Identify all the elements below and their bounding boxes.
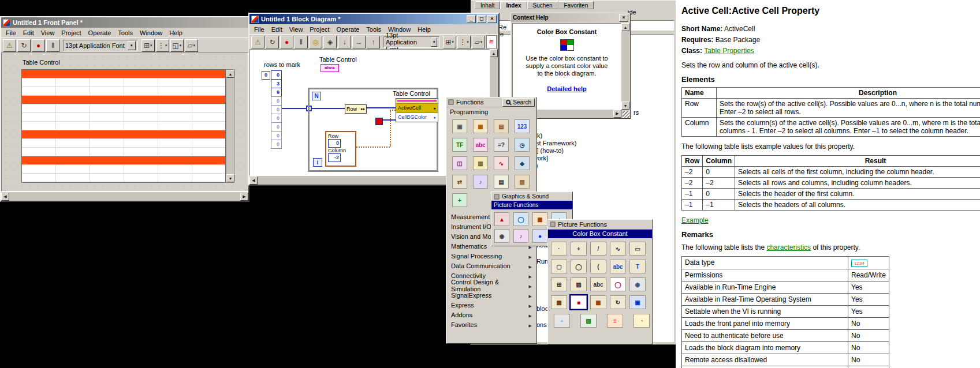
palette-icon[interactable]: ▧: [580, 314, 597, 328]
numeric-icon[interactable]: 123: [515, 119, 530, 133]
draw-oval-icon[interactable]: ◯: [571, 260, 587, 273]
align-objects-icon[interactable]: ⊞: [443, 36, 456, 48]
abort-icon[interactable]: ●: [280, 36, 293, 48]
menu-edit[interactable]: Edit: [268, 25, 286, 33]
table-row[interactable]: [22, 113, 225, 122]
array-element[interactable]: 9: [271, 88, 282, 97]
pin-icon[interactable]: [448, 99, 454, 105]
menu-view[interactable]: View: [38, 29, 58, 37]
picture-palette-header[interactable]: Picture Functions: [548, 220, 652, 230]
resize-objects-icon[interactable]: ◱: [170, 39, 184, 52]
subpalette-graphics-sound[interactable]: Graphics & Sound: [491, 192, 572, 201]
block-diagram-titlebar[interactable]: Untitled 1 Block Diagram *: [249, 14, 498, 24]
cluster-column-value[interactable]: -2: [328, 153, 341, 162]
scroll-right-icon[interactable]: [240, 193, 248, 201]
broken-run-icon[interactable]: ⚠: [3, 39, 16, 52]
table-control[interactable]: [21, 69, 226, 183]
file-io-icon[interactable]: ▥: [473, 156, 488, 170]
index-entry-fragment[interactable]: Re: [498, 24, 506, 31]
pie-chart-icon[interactable]: ◔: [634, 314, 650, 328]
context-help-titlebar[interactable]: Context Help: [511, 13, 630, 22]
cluster-row-value[interactable]: 0: [328, 139, 341, 148]
broken-run-icon[interactable]: ⚠: [251, 36, 264, 48]
wire-color-to-property[interactable]: [383, 119, 396, 121]
index-entry-fragment[interactable]: rs: [634, 109, 639, 116]
example-link[interactable]: Example: [681, 216, 709, 224]
array-index-display[interactable]: 0: [262, 71, 270, 80]
menu-tools[interactable]: Tools: [114, 29, 136, 37]
array-element[interactable]: 0: [271, 105, 282, 114]
table-row[interactable]: [22, 139, 225, 148]
menu-edit[interactable]: Edit: [20, 29, 38, 37]
boolean-icon[interactable]: TF: [452, 138, 467, 152]
scroll-down-icon[interactable]: [621, 102, 629, 110]
category-addons[interactable]: Addons: [446, 310, 536, 320]
maximize-button[interactable]: [477, 15, 486, 23]
draw-text-at-point-icon[interactable]: abc: [590, 277, 606, 291]
move-pen-icon[interactable]: +: [571, 242, 587, 256]
distribute-objects-icon[interactable]: ⋮: [156, 39, 169, 52]
table-row[interactable]: [22, 78, 225, 87]
draw-arc-icon[interactable]: (: [590, 260, 606, 273]
table-row[interactable]: [22, 96, 225, 104]
report-generation-icon[interactable]: ▤: [494, 175, 509, 189]
array-element[interactable]: 0: [271, 70, 282, 80]
step-into-icon[interactable]: ↓: [338, 36, 351, 48]
align-objects-icon[interactable]: ⊞: [141, 39, 155, 52]
subpalette-picture-functions[interactable]: Picture Functions: [491, 201, 572, 209]
graphics-sound-icon[interactable]: ♪: [473, 175, 488, 189]
table-row[interactable]: [22, 104, 225, 113]
front-panel-hscrollbar[interactable]: [1, 191, 248, 201]
close-button[interactable]: [619, 14, 628, 22]
distribute-objects-icon[interactable]: ⋮: [457, 36, 471, 48]
retain-wire-values-icon[interactable]: ◈: [323, 36, 337, 48]
scroll-right-icon[interactable]: [613, 110, 621, 118]
loop-iteration-terminal[interactable]: i: [313, 158, 322, 167]
class-link[interactable]: Table Properties: [704, 47, 754, 55]
menu-file[interactable]: File: [2, 29, 20, 37]
table-vertical-scrollbar[interactable]: [226, 69, 234, 183]
front-panel-canvas[interactable]: Table Control: [1, 52, 248, 191]
menu-project[interactable]: Project: [58, 29, 84, 37]
table-control-reference[interactable]: abc▸: [321, 64, 339, 72]
draw-rectangle-icon[interactable]: ▭: [629, 242, 646, 256]
3d-graph-icon[interactable]: ◯: [513, 212, 528, 226]
section-programming[interactable]: Programming: [446, 107, 536, 117]
rows-to-mark-array[interactable]: 039000000: [271, 71, 282, 149]
run-continuous-icon[interactable]: ↻: [17, 39, 31, 52]
pin-icon[interactable]: [550, 221, 556, 227]
table-row[interactable]: [22, 87, 225, 96]
menu-project[interactable]: Project: [306, 25, 333, 33]
font-selector[interactable]: 13pt Application Font: [383, 36, 439, 48]
step-over-icon[interactable]: →: [352, 36, 366, 48]
table-row[interactable]: [22, 70, 225, 78]
front-panel-titlebar[interactable]: Untitled 1 Front Panel *: [1, 17, 248, 28]
comparison-icon[interactable]: =?: [494, 138, 509, 152]
table-row[interactable]: [22, 148, 225, 156]
reorder-objects-icon[interactable]: ▱: [185, 39, 198, 52]
menu-tools[interactable]: Tools: [363, 25, 385, 33]
empty-picture-constant-icon[interactable]: ◯: [610, 277, 626, 291]
scroll-up-icon[interactable]: [490, 49, 498, 57]
category-control-design-simulation[interactable]: Control Design & Simulation: [446, 280, 536, 290]
picture-to-pixmap-icon[interactable]: ▩: [551, 295, 567, 309]
application-control-icon[interactable]: ◆: [515, 156, 530, 170]
expand-palette-icon[interactable]: +: [452, 193, 467, 207]
draw-pixmap-icon[interactable]: ▦: [590, 295, 606, 309]
font-selector[interactable]: 13pt Application Font: [63, 40, 138, 51]
dialog-ui-icon[interactable]: ◫: [452, 156, 467, 170]
array-element[interactable]: 0: [271, 96, 282, 106]
menu-file[interactable]: File: [251, 25, 268, 33]
cluster-icon[interactable]: ▤: [494, 119, 509, 133]
array-element[interactable]: 0: [271, 114, 282, 123]
category-data-communication[interactable]: Data Communication: [446, 261, 536, 271]
category-favorites[interactable]: Favorites: [446, 320, 536, 329]
table-row[interactable]: [22, 174, 225, 182]
highlight-execution-icon[interactable]: ◎: [309, 36, 322, 48]
structures-icon[interactable]: ▣: [452, 119, 467, 133]
scroll-left-icon[interactable]: [249, 177, 258, 185]
graphics-formats-icon[interactable]: ◉: [494, 229, 509, 243]
scroll-left-icon[interactable]: [1, 193, 9, 201]
blue-rect-icon[interactable]: ▣: [629, 295, 646, 309]
property-activecell[interactable]: ActiveCell ▸: [396, 103, 438, 112]
